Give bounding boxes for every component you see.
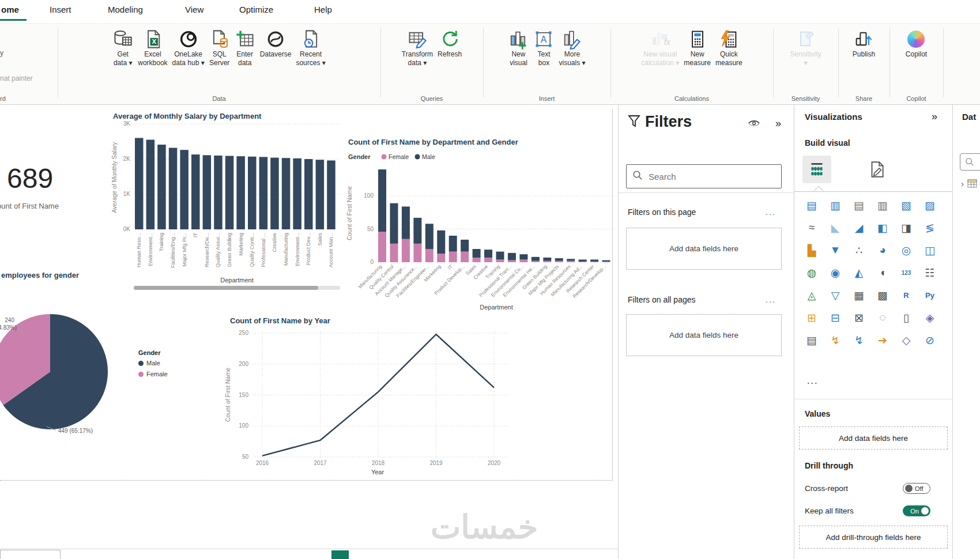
key-influencers-icon[interactable]: ⊞ xyxy=(802,308,821,327)
bar-segment-male[interactable] xyxy=(579,259,587,261)
bar[interactable] xyxy=(203,155,212,229)
filters-all-more-icon[interactable]: ... xyxy=(766,295,776,304)
bar-segment-female[interactable] xyxy=(484,258,492,262)
bar-segment-male[interactable] xyxy=(390,203,398,244)
collapse-filters-icon[interactable]: » xyxy=(775,118,781,130)
quick-measure-button[interactable]: Quickmeasure xyxy=(714,27,744,69)
bar[interactable] xyxy=(270,158,279,229)
enter-data-button[interactable]: Enterdata xyxy=(233,27,257,69)
map-icon[interactable]: ◍ xyxy=(802,263,821,282)
bar-segment-female[interactable] xyxy=(413,244,421,262)
metrics-icon[interactable]: ◈ xyxy=(921,308,939,327)
ribbon-chart-icon[interactable]: ≶ xyxy=(921,218,939,237)
filters-search-input[interactable] xyxy=(649,172,764,182)
premium-visual-icon[interactable]: ◇ xyxy=(897,331,915,349)
bar[interactable] xyxy=(191,154,200,229)
restricted-visual-icon[interactable]: ⊘ xyxy=(921,331,939,349)
pie-chart-icon[interactable]: ◕ xyxy=(873,241,892,259)
text-box-button[interactable]: ATextbox xyxy=(532,27,556,69)
visual-calc-icon[interactable]: ↯ xyxy=(826,331,845,349)
bar-segment-male[interactable] xyxy=(555,258,563,261)
scatter-chart-icon[interactable]: ∴ xyxy=(850,241,868,259)
scorecard-icon[interactable]: ▤ xyxy=(802,331,821,349)
bar-segment-male[interactable] xyxy=(413,218,421,244)
bar[interactable] xyxy=(259,157,268,229)
stacked-bar-chart-visual[interactable]: Count of First Name by Department and Ge… xyxy=(344,135,618,312)
data-table-expander[interactable]: › xyxy=(961,179,977,188)
clustered-column-chart-icon[interactable]: ▥ xyxy=(873,196,892,214)
decomposition-tree-icon[interactable]: ⊟ xyxy=(826,308,845,327)
data-search-box[interactable] xyxy=(960,153,980,171)
bar-segment-female[interactable] xyxy=(543,261,551,262)
keep-all-filters-toggle[interactable]: On xyxy=(903,505,930,516)
cross-report-toggle[interactable]: Off xyxy=(903,483,930,494)
copilot-button[interactable]: Copilot xyxy=(904,27,929,60)
slicer-icon[interactable]: ▽ xyxy=(826,286,845,304)
multi-row-card-icon[interactable]: ☷ xyxy=(921,263,939,282)
card-icon[interactable]: 123 xyxy=(897,263,915,282)
bar-segment-female[interactable] xyxy=(567,261,575,262)
bar[interactable] xyxy=(304,159,313,229)
bar-segment-female[interactable] xyxy=(437,254,445,262)
bar-segment-female[interactable] xyxy=(508,260,516,262)
arrow-visual-icon[interactable]: ➔ xyxy=(873,331,892,349)
bar-segment-female[interactable] xyxy=(579,262,587,262)
bar[interactable] xyxy=(248,157,257,229)
bar-segment-female[interactable] xyxy=(555,261,563,262)
clustered-bar-chart-icon[interactable]: ▤ xyxy=(850,196,868,214)
bar[interactable] xyxy=(236,156,245,229)
bar-segment-male[interactable] xyxy=(473,249,481,258)
bar-segment-male[interactable] xyxy=(519,254,527,259)
line-chart-icon[interactable]: ≈ xyxy=(802,218,821,237)
gauge-icon[interactable]: ◖ xyxy=(873,263,892,282)
line-stacked-column-chart-icon[interactable]: ◧ xyxy=(873,218,892,237)
matrix-icon[interactable]: ▩ xyxy=(873,286,892,304)
collapse-visualizations-icon[interactable]: » xyxy=(932,111,937,123)
refresh-button[interactable]: Refresh xyxy=(436,27,463,69)
bar-segment-female[interactable] xyxy=(425,249,434,262)
python-visual-icon[interactable]: Py xyxy=(921,286,939,304)
excel-workbook-button[interactable]: XExcelworkbook xyxy=(136,27,169,69)
values-dropzone[interactable]: Add data fields here xyxy=(799,426,948,450)
scrollbar-thumb[interactable] xyxy=(134,286,318,290)
new-measure-button[interactable]: Newmeasure xyxy=(682,27,713,69)
bar-segment-male[interactable] xyxy=(590,259,598,261)
azure-map-icon[interactable]: ◭ xyxy=(850,263,868,282)
smart-narrative-icon[interactable]: ◌ xyxy=(873,308,892,327)
qa-visual-icon[interactable]: ⊠ xyxy=(850,308,868,327)
filled-map-icon[interactable]: ◉ xyxy=(826,263,845,282)
bar[interactable] xyxy=(293,158,301,229)
table-icon[interactable]: ▦ xyxy=(850,286,868,304)
bar-segment-female[interactable] xyxy=(602,262,610,262)
menu-tab-optimize[interactable]: Optimize xyxy=(239,5,273,14)
filters-all-dropzone[interactable]: Add data fields here xyxy=(626,314,782,356)
menu-tab-modeling[interactable]: Modeling xyxy=(108,5,143,14)
bar-segment-male[interactable] xyxy=(508,253,516,260)
format-visual-tab[interactable] xyxy=(862,156,891,183)
get-data-button[interactable]: Getdata ▾ xyxy=(111,27,135,69)
drill-through-dropzone[interactable]: Add drill-through fields here xyxy=(799,526,948,549)
recent-sources-button[interactable]: Recentsources ▾ xyxy=(294,27,327,69)
publish-button[interactable]: Publish xyxy=(851,27,877,60)
funnel-chart-icon[interactable]: ▼ xyxy=(826,241,845,259)
bar[interactable] xyxy=(180,150,189,229)
bar-segment-male[interactable] xyxy=(461,240,469,252)
bar-segment-female[interactable] xyxy=(461,252,469,262)
bar-segment-female[interactable] xyxy=(532,261,540,262)
filters-page-more-icon[interactable]: ... xyxy=(766,207,776,217)
waterfall-chart-icon[interactable]: ▙ xyxy=(802,241,821,259)
kpi-icon[interactable]: ◬ xyxy=(802,286,821,304)
paginated-report-icon[interactable]: ▯ xyxy=(897,308,915,327)
bar-segment-female[interactable] xyxy=(378,232,386,262)
bar[interactable] xyxy=(146,139,155,229)
bar-segment-male[interactable] xyxy=(543,258,551,261)
bar-segment-female[interactable] xyxy=(496,259,504,262)
new-visual-button[interactable]: Newvisual xyxy=(506,27,530,69)
bar[interactable] xyxy=(327,160,336,229)
line-clustered-column-chart-icon[interactable]: ◨ xyxy=(897,218,915,237)
bar[interactable] xyxy=(225,156,234,229)
onelake-data-hub-button[interactable]: OneLakedata hub ▾ xyxy=(171,27,206,69)
bar-segment-male[interactable] xyxy=(425,224,434,249)
bar-segment-male[interactable] xyxy=(496,252,504,260)
treemap-icon[interactable]: ◫ xyxy=(921,241,939,259)
